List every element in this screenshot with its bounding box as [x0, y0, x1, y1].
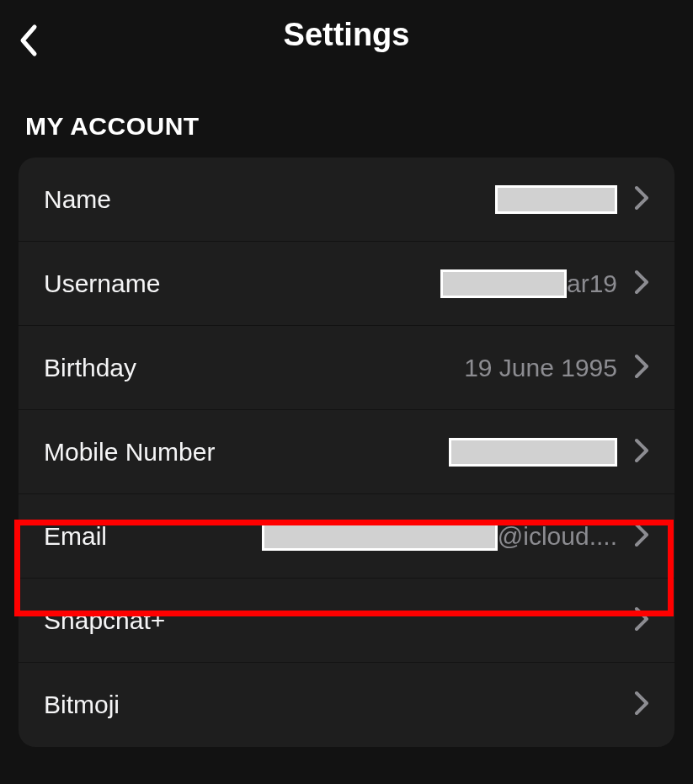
- page-title: Settings: [17, 17, 676, 53]
- settings-list: Name Username ar19 Birthday 19 June 1995: [19, 157, 674, 747]
- row-label: Email: [44, 522, 107, 551]
- row-label: Snapchat+: [44, 606, 165, 635]
- row-name[interactable]: Name: [19, 157, 674, 242]
- row-value-birthday: 19 June 1995: [136, 354, 634, 382]
- row-label: Name: [44, 185, 111, 214]
- row-mobile-number[interactable]: Mobile Number: [19, 410, 674, 494]
- row-value-mobile: [215, 438, 634, 467]
- row-email[interactable]: Email @icloud....: [19, 494, 674, 579]
- chevron-right-icon: [634, 606, 649, 635]
- chevron-right-icon: [634, 185, 649, 214]
- section-title-my-account: MY ACCOUNT: [0, 87, 693, 157]
- row-snapchat-plus[interactable]: Snapchat+: [19, 579, 674, 663]
- row-label: Birthday: [44, 354, 136, 382]
- row-value-email: @icloud....: [107, 522, 634, 551]
- row-username[interactable]: Username ar19: [19, 242, 674, 326]
- redacted-block: [440, 269, 567, 298]
- redacted-block: [449, 438, 617, 467]
- row-birthday[interactable]: Birthday 19 June 1995: [19, 326, 674, 410]
- chevron-left-icon: [17, 24, 39, 57]
- back-button[interactable]: [17, 24, 39, 61]
- row-value-name: [111, 185, 634, 214]
- redacted-block: [495, 185, 617, 214]
- chevron-right-icon: [634, 354, 649, 382]
- chevron-right-icon: [634, 269, 649, 298]
- row-label: Username: [44, 269, 160, 298]
- chevron-right-icon: [634, 522, 649, 551]
- row-value-username: ar19: [160, 269, 634, 298]
- value-text: 19 June 1995: [464, 354, 617, 382]
- value-suffix: ar19: [567, 269, 617, 298]
- header: Settings: [0, 0, 693, 87]
- redacted-block: [262, 522, 498, 551]
- row-label: Bitmoji: [44, 691, 120, 719]
- chevron-right-icon: [634, 438, 649, 467]
- row-bitmoji[interactable]: Bitmoji: [19, 663, 674, 747]
- row-label: Mobile Number: [44, 438, 215, 467]
- chevron-right-icon: [634, 691, 649, 719]
- value-suffix: @icloud....: [498, 522, 617, 551]
